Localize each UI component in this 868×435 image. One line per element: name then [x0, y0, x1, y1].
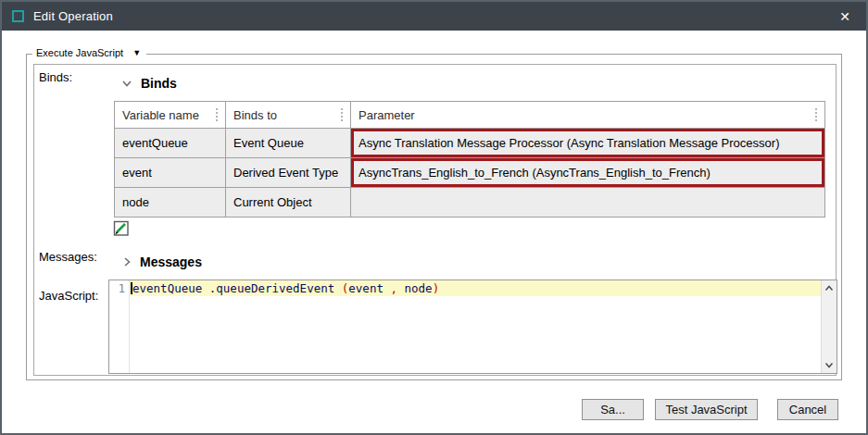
- editor-gutter: 1: [109, 280, 130, 373]
- dropdown-arrow-icon: ▼: [132, 48, 141, 57]
- test-javascript-button[interactable]: Test JavaScript: [655, 399, 758, 420]
- binds-expander[interactable]: Binds: [121, 76, 177, 91]
- titlebar: Edit Operation ✕: [2, 2, 866, 31]
- cell-binds-to[interactable]: Derived Event Type: [226, 158, 351, 188]
- cell-binds-to[interactable]: Event Queue: [226, 129, 351, 158]
- cell-parameter-highlighted[interactable]: Async Translation Message Processor (Asy…: [351, 129, 825, 158]
- operation-groupbox: Execute JavaScript ▼ Binds: Binds Variab…: [26, 54, 842, 380]
- chevron-down-icon: [824, 362, 834, 368]
- cell-parameter[interactable]: [351, 188, 825, 218]
- cell-variable-name[interactable]: event: [115, 158, 226, 188]
- scroll-down-button[interactable]: [822, 357, 837, 373]
- operation-type-dropdown[interactable]: Execute JavaScript ▼: [32, 47, 146, 58]
- code-pane[interactable]: eventQueue .queueDerivedEvent (event , n…: [130, 280, 821, 373]
- messages-expander[interactable]: Messages: [123, 255, 202, 269]
- code-line[interactable]: eventQueue .queueDerivedEvent (event , n…: [130, 280, 821, 296]
- column-menu-icon[interactable]: [339, 106, 345, 123]
- line-number: 1: [119, 282, 125, 295]
- column-header-parameter[interactable]: Parameter: [351, 102, 825, 129]
- edit-operation-dialog: Edit Operation ✕ Execute JavaScript ▼ Bi…: [0, 0, 868, 435]
- operation-type-label: Execute JavaScript: [36, 47, 123, 58]
- column-menu-icon[interactable]: [813, 106, 819, 123]
- cell-variable-name[interactable]: node: [115, 188, 226, 218]
- javascript-field-label: JavaScript:: [39, 289, 98, 303]
- window-title: Edit Operation: [33, 9, 113, 23]
- column-header-variable-name[interactable]: Variable name: [115, 102, 226, 129]
- chevron-right-icon: [123, 256, 132, 267]
- cell-variable-name[interactable]: eventQueue: [115, 129, 226, 158]
- column-menu-icon[interactable]: [214, 106, 220, 123]
- binds-table: Variable name Binds to Parameter eventQu…: [114, 101, 825, 218]
- save-button[interactable]: Sa...: [582, 399, 644, 420]
- app-window-icon: [12, 10, 24, 22]
- javascript-editor: 1 eventQueue .queueDerivedEvent (event ,…: [108, 280, 837, 374]
- operation-panel: Binds: Binds Variable name Binds to: [33, 64, 837, 376]
- edit-binds-button[interactable]: [112, 219, 130, 237]
- cell-binds-to[interactable]: Current Object: [226, 188, 351, 218]
- chevron-down-icon: [121, 80, 132, 88]
- close-button[interactable]: ✕: [824, 2, 866, 31]
- messages-field-label: Messages:: [39, 250, 97, 264]
- messages-header-title: Messages: [140, 255, 202, 269]
- close-icon: ✕: [839, 9, 850, 24]
- column-header-binds-to[interactable]: Binds to: [226, 102, 351, 129]
- chevron-up-icon: [824, 285, 834, 292]
- editor-vertical-scrollbar[interactable]: [821, 280, 837, 373]
- edit-pencil-icon: [113, 220, 130, 237]
- binds-field-label: Binds:: [39, 70, 72, 84]
- scroll-up-button[interactable]: [822, 280, 837, 296]
- cell-parameter-highlighted[interactable]: AsyncTrans_English_to_French (AsyncTrans…: [351, 158, 825, 188]
- cancel-button[interactable]: Cancel: [777, 399, 838, 420]
- binds-header-title: Binds: [141, 76, 177, 91]
